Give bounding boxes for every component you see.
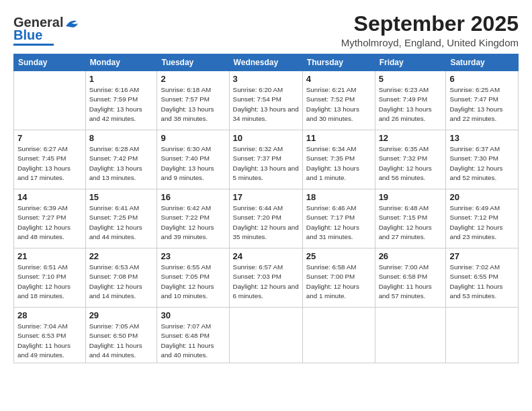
table-row: 14Sunrise: 6:39 AM Sunset: 7:27 PM Dayli… (14, 189, 86, 248)
day-info: Sunrise: 6:44 AM Sunset: 7:20 PM Dayligh… (233, 203, 299, 242)
day-number: 17 (233, 192, 299, 202)
day-info: Sunrise: 6:23 AM Sunset: 7:49 PM Dayligh… (379, 85, 443, 124)
col-monday: Monday (85, 54, 157, 71)
table-row: 17Sunrise: 6:44 AM Sunset: 7:20 PM Dayli… (229, 189, 302, 248)
table-row: 9Sunrise: 6:30 AM Sunset: 7:40 PM Daylig… (157, 130, 229, 189)
table-row: 20Sunrise: 6:49 AM Sunset: 7:12 PM Dayli… (446, 189, 519, 248)
day-number: 7 (17, 133, 82, 143)
day-number: 14 (17, 192, 82, 202)
col-wednesday: Wednesday (229, 54, 302, 71)
table-row: 27Sunrise: 7:02 AM Sunset: 6:55 PM Dayli… (446, 248, 519, 308)
day-number: 23 (161, 251, 225, 261)
table-row: 10Sunrise: 6:32 AM Sunset: 7:37 PM Dayli… (229, 130, 302, 189)
col-thursday: Thursday (302, 54, 375, 71)
col-sunday: Sunday (14, 54, 86, 71)
table-row (229, 308, 302, 363)
table-row (375, 308, 446, 363)
table-row: 16Sunrise: 6:42 AM Sunset: 7:22 PM Dayli… (157, 189, 229, 248)
table-row: 2Sunrise: 6:18 AM Sunset: 7:57 PM Daylig… (157, 71, 229, 130)
day-info: Sunrise: 6:39 AM Sunset: 7:27 PM Dayligh… (17, 203, 82, 242)
day-info: Sunrise: 6:49 AM Sunset: 7:12 PM Dayligh… (449, 203, 515, 242)
day-info: Sunrise: 6:21 AM Sunset: 7:52 PM Dayligh… (306, 85, 371, 124)
table-row: 30Sunrise: 7:07 AM Sunset: 6:48 PM Dayli… (157, 308, 229, 363)
day-info: Sunrise: 6:34 AM Sunset: 7:35 PM Dayligh… (306, 144, 371, 183)
day-info: Sunrise: 6:32 AM Sunset: 7:37 PM Dayligh… (233, 144, 299, 183)
day-number: 20 (449, 192, 515, 202)
day-number: 8 (89, 133, 154, 143)
table-row (302, 308, 375, 363)
day-info: Sunrise: 6:46 AM Sunset: 7:17 PM Dayligh… (306, 203, 371, 242)
day-info: Sunrise: 6:57 AM Sunset: 7:03 PM Dayligh… (233, 263, 299, 301)
table-row: 23Sunrise: 6:55 AM Sunset: 7:05 PM Dayli… (157, 248, 229, 308)
logo-blue-text: Blue (13, 28, 42, 43)
day-number: 28 (17, 310, 82, 320)
table-row: 6Sunrise: 6:25 AM Sunset: 7:47 PM Daylig… (446, 71, 519, 130)
table-row: 1Sunrise: 6:16 AM Sunset: 7:59 PM Daylig… (85, 71, 157, 130)
logo-bird-icon (64, 18, 79, 29)
day-number: 12 (379, 133, 443, 143)
day-number: 15 (89, 192, 154, 202)
table-row: 29Sunrise: 7:05 AM Sunset: 6:50 PM Dayli… (85, 308, 157, 363)
table-row: 22Sunrise: 6:53 AM Sunset: 7:08 PM Dayli… (85, 248, 157, 308)
table-row: 13Sunrise: 6:37 AM Sunset: 7:30 PM Dayli… (446, 130, 519, 189)
day-info: Sunrise: 6:58 AM Sunset: 7:00 PM Dayligh… (306, 263, 371, 301)
calendar-header-row: Sunday Monday Tuesday Wednesday Thursday… (14, 54, 519, 71)
day-number: 9 (161, 133, 225, 143)
day-info: Sunrise: 6:42 AM Sunset: 7:22 PM Dayligh… (161, 203, 225, 242)
col-tuesday: Tuesday (157, 54, 229, 71)
day-info: Sunrise: 6:37 AM Sunset: 7:30 PM Dayligh… (449, 144, 515, 183)
day-number: 4 (306, 74, 371, 84)
table-row: 5Sunrise: 6:23 AM Sunset: 7:49 PM Daylig… (375, 71, 446, 130)
day-number: 24 (233, 251, 299, 261)
day-number: 13 (449, 133, 515, 143)
day-info: Sunrise: 6:48 AM Sunset: 7:15 PM Dayligh… (379, 203, 443, 242)
day-number: 26 (379, 251, 443, 261)
table-row: 4Sunrise: 6:21 AM Sunset: 7:52 PM Daylig… (302, 71, 375, 130)
day-number: 21 (17, 251, 82, 261)
day-number: 5 (379, 74, 443, 84)
table-row: 21Sunrise: 6:51 AM Sunset: 7:10 PM Dayli… (14, 248, 86, 308)
day-number: 10 (233, 133, 299, 143)
logo-underline (13, 44, 54, 46)
day-number: 19 (379, 192, 443, 202)
table-row (14, 71, 86, 130)
table-row: 18Sunrise: 6:46 AM Sunset: 7:17 PM Dayli… (302, 189, 375, 248)
table-row: 19Sunrise: 6:48 AM Sunset: 7:15 PM Dayli… (375, 189, 446, 248)
day-info: Sunrise: 7:02 AM Sunset: 6:55 PM Dayligh… (449, 263, 515, 301)
day-number: 27 (449, 251, 515, 261)
day-info: Sunrise: 6:18 AM Sunset: 7:57 PM Dayligh… (161, 85, 225, 124)
day-info: Sunrise: 6:41 AM Sunset: 7:25 PM Dayligh… (89, 203, 154, 242)
day-number: 2 (161, 74, 225, 84)
table-row: 15Sunrise: 6:41 AM Sunset: 7:25 PM Dayli… (85, 189, 157, 248)
table-row: 11Sunrise: 6:34 AM Sunset: 7:35 PM Dayli… (302, 130, 375, 189)
col-saturday: Saturday (446, 54, 519, 71)
location-title: Mytholmroyd, England, United Kingdom (341, 37, 519, 48)
day-number: 6 (449, 74, 515, 84)
day-number: 11 (306, 133, 371, 143)
header: General Blue September 2025 Mytholmroyd,… (13, 12, 519, 48)
title-area: September 2025 Mytholmroyd, England, Uni… (341, 12, 519, 48)
table-row: 26Sunrise: 7:00 AM Sunset: 6:58 PM Dayli… (375, 248, 446, 308)
day-info: Sunrise: 6:28 AM Sunset: 7:42 PM Dayligh… (89, 144, 154, 183)
day-info: Sunrise: 7:04 AM Sunset: 6:53 PM Dayligh… (17, 322, 82, 360)
calendar-table: Sunday Monday Tuesday Wednesday Thursday… (13, 54, 519, 363)
table-row: 25Sunrise: 6:58 AM Sunset: 7:00 PM Dayli… (302, 248, 375, 308)
day-info: Sunrise: 6:51 AM Sunset: 7:10 PM Dayligh… (17, 263, 82, 301)
logo: General Blue (13, 15, 79, 46)
day-info: Sunrise: 6:16 AM Sunset: 7:59 PM Dayligh… (89, 85, 154, 124)
day-info: Sunrise: 6:25 AM Sunset: 7:47 PM Dayligh… (449, 85, 515, 124)
table-row: 3Sunrise: 6:20 AM Sunset: 7:54 PM Daylig… (229, 71, 302, 130)
day-info: Sunrise: 6:20 AM Sunset: 7:54 PM Dayligh… (233, 85, 299, 124)
day-info: Sunrise: 6:30 AM Sunset: 7:40 PM Dayligh… (161, 144, 225, 183)
day-number: 29 (89, 310, 154, 320)
day-info: Sunrise: 6:55 AM Sunset: 7:05 PM Dayligh… (161, 263, 225, 301)
day-info: Sunrise: 7:05 AM Sunset: 6:50 PM Dayligh… (89, 322, 154, 360)
day-number: 16 (161, 192, 225, 202)
table-row: 7Sunrise: 6:27 AM Sunset: 7:45 PM Daylig… (14, 130, 86, 189)
day-number: 25 (306, 251, 371, 261)
day-number: 30 (161, 310, 225, 320)
table-row: 8Sunrise: 6:28 AM Sunset: 7:42 PM Daylig… (85, 130, 157, 189)
day-info: Sunrise: 7:07 AM Sunset: 6:48 PM Dayligh… (161, 322, 225, 360)
table-row (446, 308, 519, 363)
day-number: 3 (233, 74, 299, 84)
